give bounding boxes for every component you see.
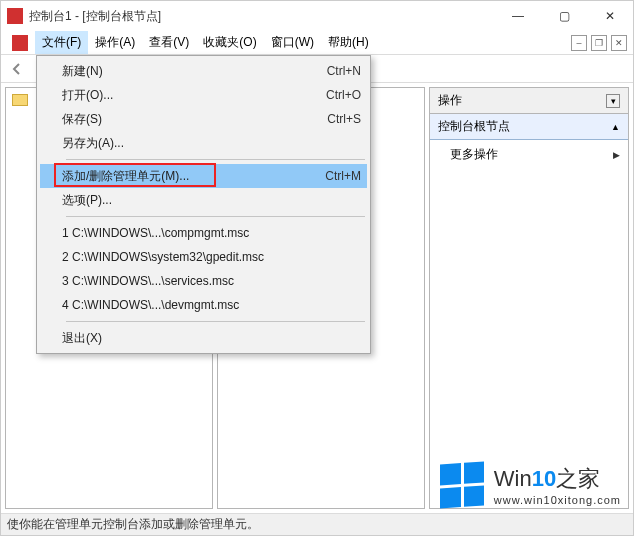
section-collapse-icon: ▲ <box>611 122 620 132</box>
menu-recent-1[interactable]: 1 C:\WINDOWS\...\compmgmt.msc <box>40 221 367 245</box>
window-title: 控制台1 - [控制台根节点] <box>29 8 495 25</box>
actions-more-label: 更多操作 <box>450 146 498 163</box>
menu-recent4-label: 4 C:\WINDOWS\...\devmgmt.msc <box>62 298 361 312</box>
menu-recent2-label: 2 C:\WINDOWS\system32\gpedit.msc <box>62 250 361 264</box>
minimize-button[interactable]: — <box>495 1 541 31</box>
menubar: 文件(F) 操作(A) 查看(V) 收藏夹(O) 窗口(W) 帮助(H) – ❐… <box>1 31 633 55</box>
brand-accent: 10 <box>532 466 556 491</box>
menu-window[interactable]: 窗口(W) <box>264 31 321 54</box>
brand-prefix: Win <box>494 466 532 491</box>
actions-body: 控制台根节点 ▲ 更多操作 ▶ <box>429 114 629 509</box>
menu-add-remove-snapin[interactable]: 添加/删除管理单元(M)... Ctrl+M <box>40 164 367 188</box>
actions-header: 操作 ▾ <box>429 87 629 114</box>
watermark: Win10之家 www.win10xitong.com <box>440 463 621 507</box>
menu-options-label: 选项(P)... <box>62 192 361 209</box>
menu-open[interactable]: 打开(O)... Ctrl+O <box>40 83 367 107</box>
watermark-text: Win10之家 www.win10xitong.com <box>494 464 621 506</box>
watermark-url: www.win10xitong.com <box>494 494 621 506</box>
menu-new-shortcut: Ctrl+N <box>327 64 361 78</box>
app-icon <box>7 8 23 24</box>
actions-section-label: 控制台根节点 <box>438 118 510 135</box>
chevron-right-icon: ▶ <box>613 150 620 160</box>
menu-save[interactable]: 保存(S) Ctrl+S <box>40 107 367 131</box>
menu-open-label: 打开(O)... <box>62 87 326 104</box>
menu-action[interactable]: 操作(A) <box>88 31 142 54</box>
menu-open-shortcut: Ctrl+O <box>326 88 361 102</box>
titlebar: 控制台1 - [控制台根节点] — ▢ ✕ <box>1 1 633 31</box>
menu-separator <box>66 216 365 217</box>
actions-collapse-icon[interactable]: ▾ <box>606 94 620 108</box>
file-menu-dropdown: 新建(N) Ctrl+N 打开(O)... Ctrl+O 保存(S) Ctrl+… <box>36 55 371 354</box>
menu-view[interactable]: 查看(V) <box>142 31 196 54</box>
menu-new[interactable]: 新建(N) Ctrl+N <box>40 59 367 83</box>
menu-exit[interactable]: 退出(X) <box>40 326 367 350</box>
windows-logo-icon <box>440 461 484 508</box>
menu-save-shortcut: Ctrl+S <box>327 112 361 126</box>
system-menu-icon[interactable] <box>5 31 35 54</box>
menu-exit-label: 退出(X) <box>62 330 361 347</box>
maximize-button[interactable]: ▢ <box>541 1 587 31</box>
menu-recent-2[interactable]: 2 C:\WINDOWS\system32\gpedit.msc <box>40 245 367 269</box>
menu-favorites[interactable]: 收藏夹(O) <box>196 31 263 54</box>
back-button[interactable] <box>7 59 27 79</box>
menu-new-label: 新建(N) <box>62 63 327 80</box>
menu-file[interactable]: 文件(F) <box>35 31 88 54</box>
menu-recent3-label: 3 C:\WINDOWS\...\services.msc <box>62 274 361 288</box>
menu-separator <box>66 159 365 160</box>
menu-help[interactable]: 帮助(H) <box>321 31 376 54</box>
actions-more[interactable]: 更多操作 ▶ <box>430 140 628 169</box>
menu-addremove-label: 添加/删除管理单元(M)... <box>62 168 325 185</box>
menu-addremove-shortcut: Ctrl+M <box>325 169 361 183</box>
menu-recent-4[interactable]: 4 C:\WINDOWS\...\devmgmt.msc <box>40 293 367 317</box>
actions-section[interactable]: 控制台根节点 ▲ <box>430 114 628 140</box>
menu-recent1-label: 1 C:\WINDOWS\...\compmgmt.msc <box>62 226 361 240</box>
mdi-close-icon[interactable]: ✕ <box>611 35 627 51</box>
menu-save-label: 保存(S) <box>62 111 327 128</box>
menu-saveas-label: 另存为(A)... <box>62 135 361 152</box>
mdi-controls: – ❐ ✕ <box>571 31 633 54</box>
app-window: 控制台1 - [控制台根节点] — ▢ ✕ 文件(F) 操作(A) 查看(V) … <box>0 0 634 536</box>
folder-icon <box>12 94 28 106</box>
mdi-restore-icon[interactable]: ❐ <box>591 35 607 51</box>
statusbar: 使你能在管理单元控制台添加或删除管理单元。 <box>1 513 633 535</box>
menu-separator <box>66 321 365 322</box>
menu-recent-3[interactable]: 3 C:\WINDOWS\...\services.msc <box>40 269 367 293</box>
actions-pane: 操作 ▾ 控制台根节点 ▲ 更多操作 ▶ <box>429 87 629 509</box>
actions-header-label: 操作 <box>438 92 462 109</box>
close-button[interactable]: ✕ <box>587 1 633 31</box>
menu-options[interactable]: 选项(P)... <box>40 188 367 212</box>
brand-suffix: 之家 <box>556 466 600 491</box>
menu-saveas[interactable]: 另存为(A)... <box>40 131 367 155</box>
status-text: 使你能在管理单元控制台添加或删除管理单元。 <box>7 516 259 533</box>
mdi-minimize-icon[interactable]: – <box>571 35 587 51</box>
